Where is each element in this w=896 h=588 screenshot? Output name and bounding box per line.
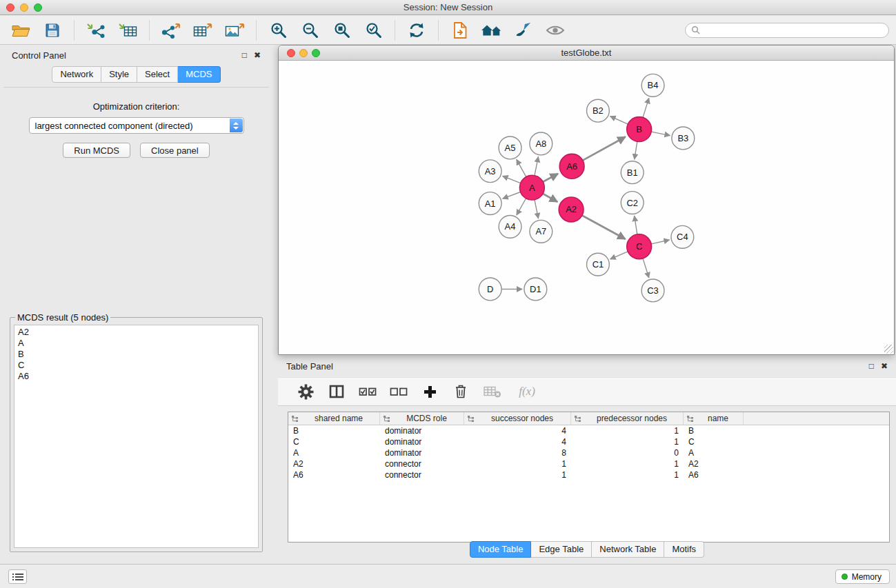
graph-node-A4[interactable]: A4 [499, 215, 521, 238]
minimize-window-button[interactable] [20, 3, 28, 12]
graph-edge-B-B1[interactable] [635, 141, 637, 159]
graph-edge-C-C1[interactable] [610, 252, 628, 259]
zoom-fit-button[interactable] [329, 19, 354, 42]
resize-grip[interactable] [884, 345, 893, 354]
graph-edge-A6-B[interactable] [583, 137, 626, 161]
column-header-shared-name[interactable]: shared name [288, 412, 380, 425]
column-header-predecessor-nodes[interactable]: predecessor nodes [571, 412, 684, 425]
table-row[interactable]: Bdominator41B [288, 425, 889, 436]
search-input[interactable] [704, 26, 883, 35]
graph-edge-B-B3[interactable] [651, 132, 670, 135]
graph-node-A3[interactable]: A3 [479, 160, 501, 183]
deselect-all-button[interactable] [389, 380, 408, 403]
table-row[interactable]: A6connector11A6 [288, 469, 889, 480]
graph-node-D[interactable]: D [479, 278, 501, 301]
float-panel-icon[interactable]: □ [242, 51, 247, 59]
graph-edge-A-A5[interactable] [517, 159, 526, 176]
graph-edge-A-A7[interactable] [535, 200, 538, 219]
network-window-titlebar[interactable]: testGlobe.txt [279, 45, 894, 61]
table-tab-edge-table[interactable]: Edge Table [531, 541, 592, 558]
import-network-button[interactable] [83, 19, 108, 42]
run-mcds-button[interactable]: Run MCDS [63, 143, 130, 158]
graph-node-C4[interactable]: C4 [671, 225, 694, 248]
delete-table-button[interactable] [482, 380, 501, 403]
close-view-button[interactable] [287, 49, 295, 57]
graph-node-A7[interactable]: A7 [530, 220, 552, 243]
graph-node-A8[interactable]: A8 [530, 132, 552, 155]
close-panel-icon[interactable]: ✖ [254, 51, 261, 59]
column-header-successor-nodes[interactable]: successor nodes [464, 412, 571, 425]
minimize-view-button[interactable] [299, 49, 308, 57]
graph-edge-C-C3[interactable] [643, 258, 649, 278]
graph-edge-C-C4[interactable] [651, 240, 669, 244]
export-network-button[interactable] [159, 19, 183, 42]
network-canvas-svg[interactable]: B4B2BB3A5A8A6B1A3AA1C2A2A4A7C4CC1DD1C3 [279, 61, 894, 354]
maximize-view-button[interactable] [312, 49, 320, 57]
graph-edge-B-B4[interactable] [643, 98, 649, 117]
graph-node-A1[interactable]: A1 [479, 192, 501, 215]
open-session-button[interactable] [8, 19, 33, 42]
maximize-window-button[interactable] [34, 3, 42, 12]
close-window-button[interactable] [6, 3, 14, 12]
table-row[interactable]: Cdominator41C [288, 436, 889, 447]
export-table-button[interactable] [190, 19, 215, 42]
graph-edge-A-A6[interactable] [543, 174, 558, 182]
graph-node-B[interactable]: B [627, 117, 652, 142]
new-network-from-selection-button[interactable] [448, 19, 472, 42]
column-header-name[interactable]: name [684, 412, 744, 425]
table-tab-network-table[interactable]: Network Table [592, 541, 664, 558]
graph-node-A5[interactable]: A5 [499, 136, 521, 159]
function-builder-button[interactable]: f(x) [513, 380, 541, 403]
graph-node-B4[interactable]: B4 [641, 74, 664, 97]
home-button[interactable] [479, 19, 504, 42]
graph-edge-A-A4[interactable] [517, 199, 526, 215]
table-row[interactable]: A2connector11A2 [288, 458, 889, 469]
result-item[interactable]: B [18, 349, 255, 360]
mcds-result-list[interactable]: A2ABCA6 [14, 325, 259, 548]
close-table-panel-icon[interactable]: ✖ [881, 362, 888, 370]
tab-network[interactable]: Network [52, 66, 101, 83]
table-settings-button[interactable] [296, 380, 315, 403]
graph-node-A6[interactable]: A6 [559, 154, 584, 179]
column-header-mcds-role[interactable]: MCDS role [380, 412, 464, 425]
graph-node-C2[interactable]: C2 [621, 192, 644, 214]
search-box[interactable] [685, 23, 889, 38]
graph-node-A2[interactable]: A2 [559, 197, 584, 222]
graph-node-D1[interactable]: D1 [524, 278, 547, 301]
select-all-button[interactable] [358, 380, 377, 403]
graph-node-B1[interactable]: B1 [621, 161, 644, 184]
task-history-button[interactable] [8, 569, 27, 584]
tab-style[interactable]: Style [101, 66, 137, 83]
tab-mcds[interactable]: MCDS [178, 66, 220, 83]
zoom-out-button[interactable] [297, 19, 322, 42]
result-item[interactable]: C [18, 360, 255, 371]
export-image-button[interactable] [222, 19, 247, 42]
result-item[interactable]: A6 [18, 371, 255, 382]
add-column-button[interactable] [420, 380, 439, 403]
style-button[interactable] [511, 19, 536, 42]
show-columns-button[interactable] [327, 380, 346, 403]
graph-edge-A-A2[interactable] [543, 194, 557, 202]
graph-node-C[interactable]: C [627, 234, 652, 259]
show-hide-button[interactable] [543, 19, 568, 42]
graph-edge-A-A8[interactable] [535, 156, 538, 175]
graph-edge-A-A1[interactable] [503, 192, 521, 199]
graph-node-C1[interactable]: C1 [586, 253, 609, 276]
table-row[interactable]: Adominator80A [288, 447, 889, 458]
zoom-in-button[interactable] [266, 19, 290, 42]
graph-node-A[interactable]: A [519, 175, 544, 200]
tab-select[interactable]: Select [137, 66, 178, 83]
network-canvas[interactable]: B4B2BB3A5A8A6B1A3AA1C2A2A4A7C4CC1DD1C3 [279, 61, 894, 354]
float-table-panel-icon[interactable]: □ [869, 362, 874, 370]
graph-node-B2[interactable]: B2 [586, 99, 609, 122]
result-item[interactable]: A2 [18, 327, 255, 338]
import-table-button[interactable] [115, 19, 140, 42]
result-item[interactable]: A [18, 338, 255, 349]
graph-edge-C-C2[interactable] [635, 216, 637, 234]
refresh-button[interactable] [404, 19, 429, 42]
graph-edge-A-A3[interactable] [503, 176, 521, 183]
graph-edge-B-B2[interactable] [610, 116, 628, 125]
table-tab-node-table[interactable]: Node Table [470, 541, 532, 558]
graph-node-B3[interactable]: B3 [672, 127, 695, 150]
close-panel-button[interactable]: Close panel [140, 143, 210, 158]
